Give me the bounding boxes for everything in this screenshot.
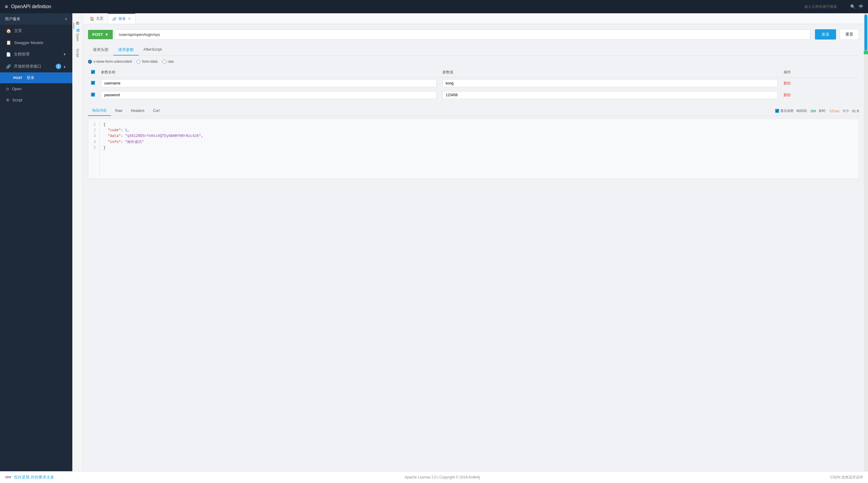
row1-name-input[interactable] <box>101 79 436 87</box>
method-selector[interactable]: POST ▼ <box>88 30 113 39</box>
row2-action-cell: 删除 <box>781 89 859 101</box>
radio-formdata-label: form-data <box>142 59 157 64</box>
line-num-3: 3 <box>91 133 96 139</box>
row1-value-input[interactable] <box>442 79 778 87</box>
tab-login[interactable]: 🔗 登录 ✕ <box>108 13 135 24</box>
header-param-value: 参数值 <box>439 67 781 78</box>
left-tab-test[interactable]: 调试 <box>73 23 82 29</box>
footer-left: 👓 也许是我 对你要求太多 <box>5 474 54 481</box>
sidebar-item-login[interactable]: POST 登录 <box>0 73 72 83</box>
sidebar-item-open[interactable]: ⊙ Open <box>0 83 72 94</box>
footer-copyright: Apache License 2.0 | Copyright © 2019-Kn… <box>404 475 479 479</box>
header-check <box>88 67 98 78</box>
sidebar: 用户服务 ▼ 🏠 主页 📋 Swagger Models 📄 文档管理 ▼ 🔗 … <box>0 13 72 471</box>
table-row: 删除 <box>88 78 859 89</box>
show-desc-checkbox[interactable] <box>775 109 779 113</box>
api-section-right: 1 ▲ <box>56 64 66 69</box>
response-tab-headers[interactable]: Headers <box>127 107 149 116</box>
section-tabs: 请求头部 请求参数 AfterScript <box>88 45 859 56</box>
response-tab-body[interactable]: 响应内容 <box>88 106 111 116</box>
collapse-icon: ▲ <box>63 64 66 68</box>
row2-delete-button[interactable]: 删除 <box>784 93 791 97</box>
reset-button[interactable]: 重置 <box>840 29 859 40</box>
hamburger-icon[interactable]: ≡ <box>5 4 8 10</box>
sidebar-item-api-section[interactable]: 🔗 开放的登录接口 1 ▲ <box>0 60 72 73</box>
radio-formdata-input[interactable] <box>136 60 141 64</box>
tab-close-icon[interactable]: ✕ <box>128 17 131 21</box>
sidebar-item-script[interactable]: ⚙ Script <box>0 94 72 106</box>
params-table-header: 参数名称 参数值 操作 <box>88 67 859 78</box>
size-label: 大小 <box>842 109 849 113</box>
response-code-block: 1 2 3 4 5 { "code": 1, "data": "qX61ZRD5… <box>88 119 859 179</box>
sidebar-doc-label: 文档管理 <box>14 52 30 57</box>
radio-urlencoded-input[interactable] <box>88 60 92 64</box>
sidebar-item-swagger[interactable]: 📋 Swagger Models <box>0 37 72 48</box>
chevron-down-icon: ▼ <box>64 18 67 21</box>
debug-tab-icon: 🔗 <box>112 17 117 21</box>
time-label: 耗时: <box>819 109 827 113</box>
tab-request-headers[interactable]: 请求头部 <box>88 45 113 56</box>
code-content: { "code": 1, "data": "qX61ZRD5rYnHtz4QTE… <box>103 122 856 176</box>
header-action: 操作 <box>781 67 859 78</box>
green-side-tab[interactable] <box>864 51 868 54</box>
row1-checkbox[interactable] <box>91 81 95 85</box>
search-input[interactable] <box>804 4 846 9</box>
content-with-side: 文档 调试 Open Script 🏠 主页 🔗 登录 ✕ <box>72 13 868 471</box>
sidebar-item-docs[interactable]: 📄 文档管理 ▼ <box>0 48 72 60</box>
home-icon: 🏠 <box>6 28 11 33</box>
main-layout: 用户服务 ▼ 🏠 主页 📋 Swagger Models 📄 文档管理 ▼ 🔗 … <box>0 13 868 471</box>
main-panel: 🏠 主页 🔗 登录 ✕ POST ▼ 发送 <box>83 13 864 471</box>
row2-checkbox[interactable] <box>91 93 95 96</box>
row1-value-cell <box>439 78 781 89</box>
response-tab-raw[interactable]: Raw <box>111 107 127 116</box>
row2-value-cell <box>439 89 781 101</box>
sidebar-api-left: 🔗 开放的登录接口 <box>6 64 41 69</box>
radio-form-data[interactable]: form-data <box>136 59 157 64</box>
response-meta: 显示说明 响应码: 200 耗时: 521ms 大小 81 B <box>775 109 859 113</box>
sidebar-open-label: Open <box>12 87 22 91</box>
tab-home[interactable]: 🏠 主页 <box>86 13 108 24</box>
line-num-4: 4 <box>91 139 96 145</box>
select-all-checkbox[interactable] <box>91 70 95 74</box>
url-input[interactable] <box>115 30 810 39</box>
method-label: POST <box>92 32 103 37</box>
swagger-icon: 📋 <box>6 40 11 45</box>
api-badge: 1 <box>56 64 61 69</box>
tab-request-params[interactable]: 请求参数 <box>113 45 138 56</box>
status-code-label: 响应码: <box>797 109 807 113</box>
code-line-5: } <box>103 145 856 151</box>
home-tab-icon: 🏠 <box>90 17 94 21</box>
code-line-4: "info": "操作成功" <box>103 139 856 145</box>
radio-raw-input[interactable] <box>162 60 166 64</box>
row2-name-input[interactable] <box>101 91 436 99</box>
header-param-name: 参数名称 <box>98 67 439 78</box>
sidebar-dropdown[interactable]: 用户服务 ▼ <box>0 13 72 25</box>
row2-name-cell <box>98 89 439 101</box>
send-button[interactable]: 发送 <box>815 29 836 39</box>
radio-form-urlencoded[interactable]: x-www-form-urlencoded <box>88 59 132 64</box>
tab-login-label: 登录 <box>119 16 126 22</box>
code-line-3: "data": "qX61ZRD5rYnHtz4QTEy9AHRYHRrNic4… <box>103 133 856 139</box>
lang-button[interactable]: 中 <box>859 4 863 9</box>
row2-value-input[interactable] <box>442 91 778 99</box>
left-tab-open[interactable]: Open <box>74 30 81 44</box>
glasses-icon: 👓 <box>5 474 11 481</box>
response-tab-curl[interactable]: Curl <box>149 107 164 116</box>
tab-afterscript[interactable]: AfterScript <box>138 45 167 56</box>
tab-bar: 🏠 主页 🔗 登录 ✕ <box>83 13 864 24</box>
scroll-thumb[interactable] <box>864 15 867 51</box>
radio-raw[interactable]: raw <box>162 59 174 64</box>
line-num-1: 1 <box>91 122 96 127</box>
left-tab-script[interactable]: Script <box>74 46 81 60</box>
top-header: ≡ OpenAPI definition 🔍 中 <box>0 0 868 13</box>
code-line-2: "code": 1, <box>103 127 856 133</box>
sidebar-item-home[interactable]: 🏠 主页 <box>0 25 72 37</box>
row1-delete-button[interactable]: 删除 <box>784 81 791 85</box>
left-tab-doc[interactable]: 文档 <box>74 16 82 22</box>
header-left: ≡ OpenAPI definition <box>5 4 51 10</box>
radio-urlencoded-label: x-www-form-urlencoded <box>93 59 132 64</box>
line-num-5: 5 <box>91 145 96 151</box>
search-icon[interactable]: 🔍 <box>850 4 855 9</box>
show-desc-label-wrapper[interactable]: 显示说明 <box>775 109 794 113</box>
body-type-group: x-www-form-urlencoded form-data raw <box>88 59 859 64</box>
